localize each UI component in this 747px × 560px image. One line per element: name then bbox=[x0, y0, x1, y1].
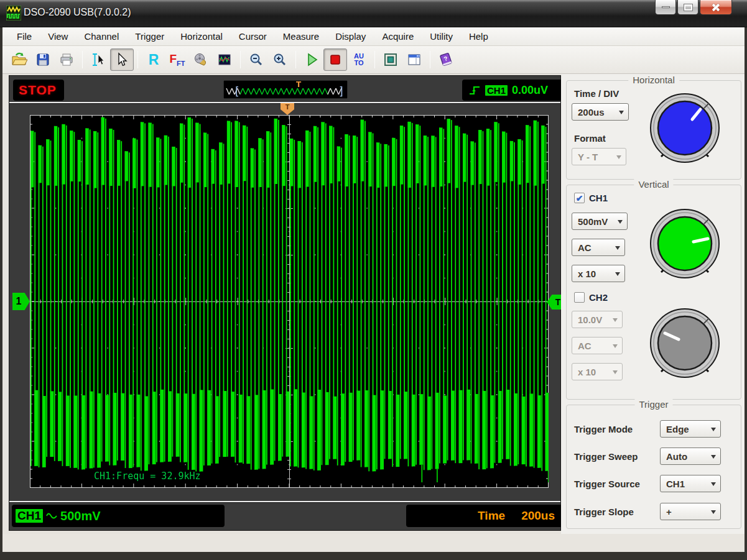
stop-icon bbox=[328, 52, 343, 67]
trigger-source-value: CH1 bbox=[666, 479, 685, 489]
ch1-probe-value: x 10 bbox=[578, 269, 596, 279]
app-client-area: File View Channel Trigger Horizontal Cur… bbox=[2, 27, 745, 552]
panel-layout-button[interactable] bbox=[402, 48, 426, 71]
ch2-checkbox[interactable] bbox=[574, 292, 585, 303]
chevron-down-icon bbox=[711, 482, 716, 489]
scope-panel: STOP CH1 0.00uV T 1 bbox=[9, 75, 561, 531]
ch2-enable-row: CH2 bbox=[574, 292, 608, 303]
horizontal-knob[interactable] bbox=[647, 92, 722, 167]
ch1-position-knob[interactable] bbox=[647, 208, 722, 282]
zoom-out-icon bbox=[249, 52, 264, 67]
time-div-select[interactable]: 200us bbox=[572, 103, 629, 121]
title-bar: DSO-2090 USB(7.0.0.2) bbox=[0, 0, 747, 27]
chevron-down-icon bbox=[711, 455, 716, 461]
minimize-icon bbox=[662, 6, 670, 8]
close-button[interactable] bbox=[700, 0, 732, 15]
menu-cursor[interactable]: Cursor bbox=[231, 27, 275, 46]
status-label: STOP bbox=[19, 83, 57, 98]
trigger-position-marker[interactable]: T bbox=[281, 103, 294, 115]
trigger-source-badge: CH1 bbox=[485, 85, 508, 96]
toolbar-separator bbox=[82, 51, 83, 68]
menu-help[interactable]: Help bbox=[461, 27, 496, 46]
toolbar-separator bbox=[295, 51, 296, 68]
auto-button[interactable]: AU TO bbox=[347, 48, 371, 71]
trigger-mode-select[interactable]: Edge bbox=[660, 420, 721, 438]
toolbar-separator bbox=[137, 51, 138, 68]
channel-badge: CH1 bbox=[16, 509, 43, 523]
ch2-volts-select: 10.0V bbox=[572, 311, 623, 328]
menu-horizontal[interactable]: Horizontal bbox=[172, 27, 231, 46]
rising-edge-icon bbox=[468, 83, 481, 97]
horizontal-group-title: Horizontal bbox=[628, 75, 679, 85]
ch1-checkbox[interactable] bbox=[574, 193, 585, 203]
ch2-coupling-value: AC bbox=[578, 341, 592, 351]
menu-acquire[interactable]: Acquire bbox=[374, 27, 422, 46]
open-button[interactable] bbox=[7, 48, 31, 71]
minimize-button[interactable] bbox=[655, 0, 676, 15]
menu-file[interactable]: File bbox=[9, 27, 40, 46]
vertical-group: Vertical CH1 500mV AC x 10 bbox=[566, 185, 741, 400]
auto-icon: AU TO bbox=[354, 53, 364, 67]
trigger-source-select[interactable]: CH1 bbox=[660, 475, 721, 492]
full-screen-button[interactable] bbox=[379, 48, 402, 71]
pointer-icon bbox=[114, 52, 129, 67]
app-window: DSO-2090 USB(7.0.0.2) File View Channel … bbox=[0, 0, 747, 560]
ch1-probe-select[interactable]: x 10 bbox=[572, 265, 625, 282]
chevron-down-icon bbox=[615, 272, 620, 278]
ch1-level-marker[interactable]: 1 bbox=[12, 293, 30, 310]
zoom-out-button[interactable] bbox=[244, 48, 268, 71]
horizontal-group: Horizontal Time / DIV 200us Format Y - T bbox=[566, 80, 741, 180]
help-button[interactable]: ? bbox=[434, 48, 458, 71]
save-button[interactable] bbox=[31, 48, 55, 71]
chevron-down-icon bbox=[613, 318, 618, 324]
menu-view[interactable]: View bbox=[40, 27, 76, 46]
ch2-position-knob[interactable] bbox=[647, 307, 722, 382]
trigger-group-title: Trigger bbox=[635, 399, 673, 410]
print-button[interactable] bbox=[55, 48, 78, 71]
ch1-coupling-select[interactable]: AC bbox=[572, 239, 625, 256]
start-icon bbox=[304, 52, 319, 67]
refresh-icon: R bbox=[149, 52, 159, 68]
trigger-sweep-value: Auto bbox=[666, 451, 687, 462]
waveform-preview-strip[interactable] bbox=[223, 80, 348, 99]
cursor-measure-icon bbox=[91, 52, 106, 67]
stop-button[interactable] bbox=[323, 48, 347, 71]
trigger-sweep-select[interactable]: Auto bbox=[660, 448, 721, 465]
maximize-button[interactable] bbox=[677, 0, 698, 15]
display-mode-button[interactable] bbox=[213, 48, 236, 71]
trigger-group: Trigger Trigger Mode Edge Trigger Sweep … bbox=[566, 405, 741, 529]
menu-channel[interactable]: Channel bbox=[76, 27, 127, 46]
fft-button[interactable]: FFT bbox=[165, 48, 189, 71]
chevron-down-icon bbox=[615, 246, 620, 252]
format-label: Format bbox=[574, 133, 606, 144]
start-button[interactable] bbox=[300, 48, 323, 71]
ch1-volts-select[interactable]: 500mV bbox=[572, 213, 628, 230]
ch2-volts-value: 10.0V bbox=[578, 314, 602, 325]
chevron-down-icon bbox=[616, 155, 621, 162]
zoom-in-button[interactable] bbox=[268, 48, 292, 71]
ch1-enable-row: CH1 bbox=[574, 193, 608, 203]
chevron-down-icon bbox=[619, 111, 624, 117]
chevron-down-icon bbox=[618, 220, 623, 226]
record-button[interactable] bbox=[189, 48, 213, 71]
trigger-source-label: Trigger Source bbox=[574, 479, 640, 489]
menu-utility[interactable]: Utility bbox=[422, 27, 461, 46]
waveform-canvas bbox=[30, 115, 549, 488]
refresh-button[interactable]: R bbox=[142, 48, 165, 71]
trigger-slope-label: Trigger Slope bbox=[574, 507, 634, 517]
toolbar-separator bbox=[240, 51, 241, 68]
acquisition-status: STOP bbox=[13, 80, 64, 101]
menu-measure[interactable]: Measure bbox=[275, 27, 327, 46]
chevron-down-icon bbox=[711, 428, 716, 434]
trigger-slope-select[interactable]: + bbox=[660, 503, 721, 520]
menu-trigger[interactable]: Trigger bbox=[127, 27, 172, 46]
menu-display[interactable]: Display bbox=[327, 27, 374, 46]
time-div-value: 200us bbox=[578, 107, 605, 117]
cursor-measure-button[interactable] bbox=[86, 48, 110, 71]
display-mode-icon bbox=[217, 52, 232, 67]
tool-bar: R FFT bbox=[2, 46, 745, 74]
chevron-down-icon bbox=[711, 510, 716, 516]
app-icon bbox=[6, 6, 21, 21]
vertical-group-title: Vertical bbox=[634, 179, 673, 190]
pointer-button[interactable] bbox=[110, 48, 134, 71]
